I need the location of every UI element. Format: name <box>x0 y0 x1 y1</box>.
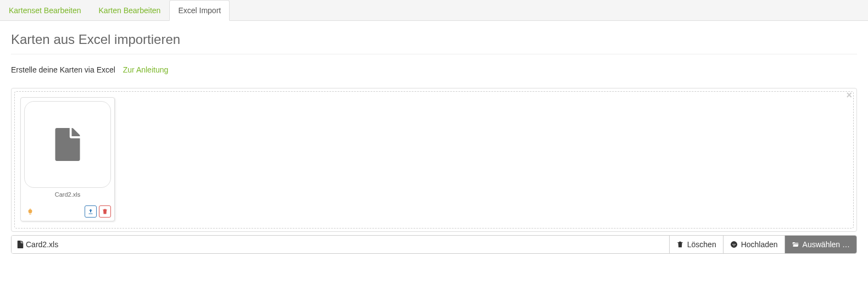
drop-panel: × Card2.xls <box>11 88 857 232</box>
selected-file-name: Card2.xls <box>26 240 58 249</box>
tab-cards-edit[interactable]: Karten Bearbeiten <box>90 0 170 21</box>
drop-zone[interactable]: Card2.xls <box>14 91 854 229</box>
file-icon <box>54 128 81 161</box>
content: Karten aus Excel importieren Erstelle de… <box>0 21 868 265</box>
upload-button-label: Hochladen <box>741 240 778 249</box>
folder-open-icon <box>792 241 799 248</box>
upload-button[interactable]: Hochladen <box>723 236 784 253</box>
select-button[interactable]: Auswählen … <box>784 236 856 253</box>
pending-indicator-icon <box>24 205 36 218</box>
guide-link[interactable]: Zur Anleitung <box>123 65 169 74</box>
selected-file-display: Card2.xls <box>12 236 669 253</box>
file-card: Card2.xls <box>20 97 115 221</box>
bottom-bar: Card2.xls Löschen Hochladen Auswählen … <box>11 235 857 254</box>
file-upload-button[interactable] <box>85 205 97 218</box>
file-card-actions <box>24 205 111 218</box>
file-icon <box>17 241 24 248</box>
page-title: Karten aus Excel importieren <box>11 32 857 54</box>
tabs-bar: Kartenset Bearbeiten Karten Bearbeiten E… <box>0 0 868 21</box>
file-thumbnail <box>24 101 111 188</box>
subtitle-row: Erstelle deine Karten via Excel Zur Anle… <box>11 65 857 74</box>
delete-button[interactable]: Löschen <box>669 236 723 253</box>
subtitle-text: Erstelle deine Karten via Excel <box>11 65 115 74</box>
delete-button-label: Löschen <box>687 240 716 249</box>
tab-excel-import[interactable]: Excel Import <box>169 0 230 21</box>
file-name-label: Card2.xls <box>24 191 111 198</box>
trash-icon <box>676 241 684 248</box>
select-button-label: Auswählen … <box>803 240 850 249</box>
tab-cardset-edit[interactable]: Kartenset Bearbeiten <box>0 0 90 21</box>
upload-icon <box>730 241 738 248</box>
file-delete-button[interactable] <box>99 205 111 218</box>
